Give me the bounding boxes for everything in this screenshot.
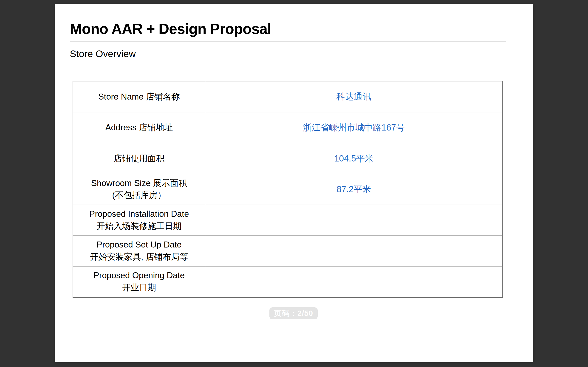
document-page: Mono AAR + Design Proposal Store Overvie… <box>55 4 533 362</box>
value-cell-installation-date[interactable] <box>205 205 502 235</box>
title-divider <box>70 42 506 42</box>
value-cell-setup-date[interactable] <box>205 235 502 266</box>
value-cell-showroom-size[interactable]: 87.2平米 <box>205 174 502 205</box>
app-canvas: Mono AAR + Design Proposal Store Overvie… <box>0 0 588 367</box>
label-text-line2: 开业日期 <box>122 282 156 294</box>
value-text: 104.5平米 <box>334 153 373 164</box>
value-text: 浙江省嵊州市城中路167号 <box>303 122 405 133</box>
label-text: Proposed Installation Date <box>89 208 189 220</box>
store-overview-table: Store Name 店铺名称 科达通讯 Address 店铺地址 浙江省嵊州市… <box>73 81 503 298</box>
label-cell-opening-date: Proposed Opening Date 开业日期 <box>73 266 205 297</box>
value-cell-store-area[interactable]: 104.5平米 <box>205 143 502 174</box>
label-text: Address 店铺地址 <box>105 122 173 134</box>
label-text-line2: 开始入场装修施工日期 <box>97 220 182 232</box>
page-title: Mono AAR + Design Proposal <box>70 21 271 37</box>
label-cell-address: Address 店铺地址 <box>73 112 205 143</box>
value-cell-store-name[interactable]: 科达通讯 <box>205 81 502 112</box>
label-cell-showroom-size: Showroom Size 展示面积 (不包括库房） <box>73 174 205 205</box>
page-number-badge: 页码：2/50 <box>269 307 318 319</box>
label-text: Showroom Size 展示面积 <box>91 177 187 190</box>
label-text-line2: 开始安装家具, 店铺布局等 <box>90 251 188 263</box>
value-text: 科达通讯 <box>337 91 372 102</box>
label-text: Proposed Opening Date <box>94 269 185 282</box>
label-text-line2: (不包括库房） <box>112 189 166 201</box>
value-text: 87.2平米 <box>337 184 371 195</box>
label-cell-store-name: Store Name 店铺名称 <box>73 81 205 112</box>
label-cell-setup-date: Proposed Set Up Date 开始安装家具, 店铺布局等 <box>73 235 205 266</box>
value-cell-address[interactable]: 浙江省嵊州市城中路167号 <box>205 112 502 143</box>
label-cell-store-area: 店铺使用面积 <box>73 143 205 174</box>
label-text: Store Name 店铺名称 <box>98 91 180 103</box>
value-cell-opening-date[interactable] <box>205 266 502 297</box>
page-number-label: 页码：2/50 <box>274 308 313 319</box>
section-heading: Store Overview <box>70 48 136 59</box>
label-text: 店铺使用面积 <box>114 152 165 165</box>
label-text: Proposed Set Up Date <box>96 239 182 251</box>
label-cell-installation-date: Proposed Installation Date 开始入场装修施工日期 <box>73 205 205 235</box>
